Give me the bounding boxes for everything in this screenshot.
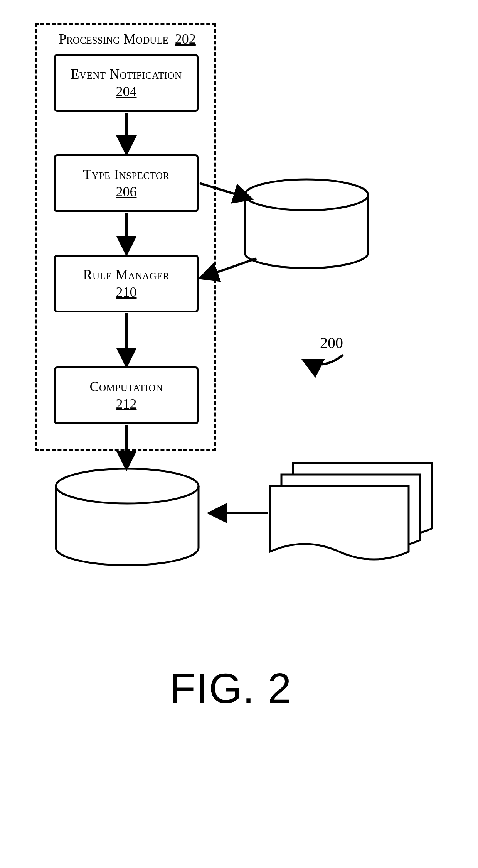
key-value-data-label: Key-Value Data	[58, 507, 197, 523]
computation-ref: 212	[116, 396, 137, 412]
metadata-store-ref: 208	[245, 233, 368, 249]
type-inspector-box: Type Inspector 206	[54, 154, 199, 212]
rule-manager-box: Rule Manager 210	[54, 255, 199, 312]
event-notification-box: Event Notification 204	[54, 54, 199, 112]
query-tool-line2: Tool 216	[270, 510, 412, 525]
metadata-store-label: Metadata Store	[245, 216, 368, 232]
key-value-data-ref: 214	[58, 524, 197, 540]
type-inspector-label: Type Inspector	[83, 167, 170, 182]
rule-manager-ref: 210	[116, 284, 137, 300]
processing-module-ref: 202	[175, 31, 196, 47]
query-tool-text: Query & Reporting Tool 216	[270, 494, 412, 526]
metadata-store-text: Metadata Store 208	[245, 216, 368, 249]
figure-caption: FIG. 2	[170, 664, 292, 713]
curved-arrow-200	[305, 355, 343, 365]
processing-module-label: Processing Module	[59, 31, 168, 47]
svg-point-0	[245, 179, 368, 210]
figure-canvas: Processing Module 202 Event Notification…	[0, 0, 478, 868]
processing-module-title: Processing Module 202	[46, 31, 208, 47]
query-tool-line1: Query & Reporting	[270, 494, 412, 510]
key-value-data-text: Key-Value Data 214	[58, 507, 197, 540]
event-notification-label: Event Notification	[71, 66, 182, 82]
computation-box: Computation 212	[54, 366, 199, 424]
query-tool-ref: 216	[348, 510, 370, 525]
event-notification-ref: 204	[116, 83, 137, 100]
type-inspector-ref: 206	[116, 184, 137, 200]
rule-manager-label: Rule Manager	[83, 267, 170, 283]
svg-point-1	[56, 469, 199, 503]
computation-label: Computation	[89, 379, 163, 395]
figure-ref-number: 200	[320, 334, 343, 352]
